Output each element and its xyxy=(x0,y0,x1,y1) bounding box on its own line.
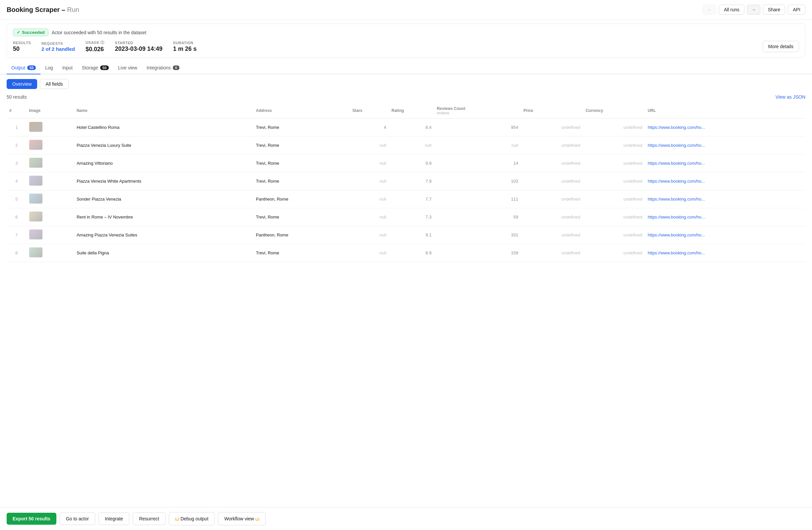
cell-currency: undefined xyxy=(583,118,645,137)
col-currency: Currency xyxy=(583,103,645,118)
status-row: Succeeded Actor succeeded with 50 result… xyxy=(13,29,799,36)
cell-reviews: 59 xyxy=(434,208,521,226)
col-reviews: Reviews Countreviews xyxy=(434,103,521,118)
col-name: Name xyxy=(74,103,253,118)
cell-address: Pantheon, Rome xyxy=(253,226,350,244)
cell-address: Trevi, Rome xyxy=(253,244,350,262)
col-url: URL xyxy=(645,103,806,118)
cell-name: Amazing Piazza Venezia Suites xyxy=(74,226,253,244)
cell-stars: null xyxy=(350,208,389,226)
stat-usage: USAGE ⓘ $0.026 xyxy=(86,40,104,53)
col-idx: # xyxy=(6,103,27,118)
usage-label: USAGE ⓘ xyxy=(86,40,104,45)
tab-integrations[interactable]: Integrations 0 xyxy=(142,62,184,74)
cell-address: Trevi, Rome xyxy=(253,154,350,172)
title-separator: – xyxy=(60,6,67,13)
cell-name: Amazing Vittoriano xyxy=(74,154,253,172)
table-row: 2 Piazza Venezia Luxury Suite Trevi, Rom… xyxy=(6,137,806,154)
overview-button[interactable]: Overview xyxy=(6,79,37,89)
cell-idx: 2 xyxy=(6,137,27,154)
cell-currency: undefined xyxy=(583,244,645,262)
col-stars: Stars xyxy=(350,103,389,118)
cell-image xyxy=(27,190,74,208)
results-table: # Image Name Address Stars Rating Review… xyxy=(6,103,806,262)
cell-image xyxy=(27,244,74,262)
tab-input[interactable]: Input xyxy=(58,62,77,74)
cell-currency: undefined xyxy=(583,208,645,226)
cell-url[interactable]: https://www.booking.com/ho... xyxy=(645,154,806,172)
usage-value: $0.026 xyxy=(86,46,104,53)
table-row: 5 Sonder Piazza Venezia Pantheon, Rome n… xyxy=(6,190,806,208)
nav-forward-button[interactable]: → xyxy=(747,5,760,15)
cell-idx: 4 xyxy=(6,172,27,190)
cell-rating: null xyxy=(389,137,434,154)
cell-url[interactable]: https://www.booking.com/ho... xyxy=(645,190,806,208)
api-button[interactable]: API xyxy=(788,5,806,15)
status-bar: Succeeded Actor succeeded with 50 result… xyxy=(6,24,806,58)
cell-idx: 8 xyxy=(6,244,27,262)
tab-log-label: Log xyxy=(45,65,53,70)
cell-stars: null xyxy=(350,137,389,154)
table-row: 4 Piazza Venezia White Apartments Trevi,… xyxy=(6,172,806,190)
cell-image xyxy=(27,226,74,244)
share-button[interactable]: Share xyxy=(763,5,785,15)
tab-output-badge: 50 xyxy=(27,66,36,70)
stat-started: STARTED 2023-03-09 14:49 xyxy=(115,41,162,53)
requests-value: 2 of 2 handled xyxy=(42,46,75,52)
cell-image xyxy=(27,137,74,154)
table-row: 6 Rent in Rome – IV Novembre Trevi, Rome… xyxy=(6,208,806,226)
view-toggle-row: Overview All fields xyxy=(0,74,812,92)
cell-currency: undefined xyxy=(583,154,645,172)
tab-storage-label: Storage xyxy=(82,65,98,70)
cell-address: Trevi, Rome xyxy=(253,208,350,226)
cell-address: Trevi, Rome xyxy=(253,137,350,154)
cell-url[interactable]: https://www.booking.com/ho... xyxy=(645,172,806,190)
all-runs-button[interactable]: All runs xyxy=(719,5,744,15)
cell-image xyxy=(27,172,74,190)
results-label: RESULTS xyxy=(13,41,31,45)
cell-price: undefined xyxy=(521,172,583,190)
tab-log[interactable]: Log xyxy=(41,62,57,74)
cell-currency: undefined xyxy=(583,172,645,190)
all-fields-button[interactable]: All fields xyxy=(40,79,68,89)
tabs-row: Output 50 Log Input Storage 50 Live view… xyxy=(0,62,812,74)
tab-integrations-badge: 0 xyxy=(173,66,179,70)
header: Booking Scraper – Run ← All runs → Share… xyxy=(0,0,812,19)
cell-reviews: 111 xyxy=(434,190,521,208)
cell-stars: null xyxy=(350,172,389,190)
thumbnail xyxy=(29,122,42,132)
thumbnail xyxy=(29,247,42,257)
cell-reviews: 954 xyxy=(434,118,521,137)
cell-name: Piazza Venezia Luxury Suite xyxy=(74,137,253,154)
cell-price: undefined xyxy=(521,190,583,208)
cell-stars: null xyxy=(350,226,389,244)
col-price: Price xyxy=(521,103,583,118)
started-label: STARTED xyxy=(115,41,162,45)
tab-storage-badge: 50 xyxy=(100,66,109,70)
cell-url[interactable]: https://www.booking.com/ho... xyxy=(645,226,806,244)
table-row: 3 Amazing Vittoriano Trevi, Rome null 9.… xyxy=(6,154,806,172)
app-name: Booking Scraper xyxy=(6,6,60,13)
cell-name: Suite della Pigna xyxy=(74,244,253,262)
cell-name: Sonder Piazza Venezia xyxy=(74,190,253,208)
header-actions: ← All runs → Share API xyxy=(703,5,806,15)
cell-url[interactable]: https://www.booking.com/ho... xyxy=(645,208,806,226)
view-json-link[interactable]: View as JSON xyxy=(775,94,806,100)
more-details-button[interactable]: More details xyxy=(763,41,799,52)
thumbnail xyxy=(29,176,42,186)
cell-reviews: 159 xyxy=(434,244,521,262)
requests-label: REQUESTS xyxy=(42,42,75,45)
duration-value: 1 m 26 s xyxy=(173,45,197,53)
tab-live-view[interactable]: Live view xyxy=(113,62,142,74)
cell-url[interactable]: https://www.booking.com/ho... xyxy=(645,244,806,262)
cell-url[interactable]: https://www.booking.com/ho... xyxy=(645,137,806,154)
table-row: 1 Hotel Castellino Roma Trevi, Rome 4 8.… xyxy=(6,118,806,137)
table-wrapper: # Image Name Address Stars Rating Review… xyxy=(0,103,812,262)
cell-rating: 7.9 xyxy=(389,172,434,190)
tab-storage[interactable]: Storage 50 xyxy=(77,62,113,74)
cell-url[interactable]: https://www.booking.com/ho... xyxy=(645,118,806,137)
tab-output[interactable]: Output 50 xyxy=(6,62,41,74)
cell-image xyxy=(27,208,74,226)
nav-back-button[interactable]: ← xyxy=(703,5,716,15)
cell-address: Trevi, Rome xyxy=(253,118,350,137)
